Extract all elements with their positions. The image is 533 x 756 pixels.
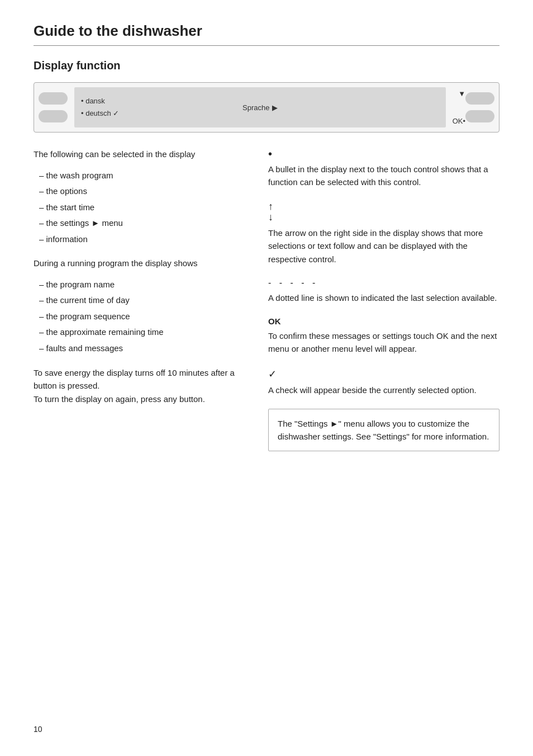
- display-center: • dansk • deutsch ✓ Sprache ▶: [74, 87, 446, 127]
- list1-item-4: the settings ► menu: [39, 215, 246, 231]
- check-symbol: ✓: [268, 368, 499, 380]
- list1-item-2: the options: [39, 183, 246, 200]
- sprache-area: Sprache ▶: [242, 103, 277, 112]
- settings-arrow-icon: ▶: [272, 103, 278, 112]
- ok-symbol: OK: [268, 316, 499, 326]
- menu-item-1: • dansk: [81, 95, 119, 107]
- list1-item-5: information: [39, 231, 246, 248]
- left-buttons: [39, 92, 68, 122]
- right-buttons: [465, 92, 494, 122]
- list2-item-4: the approximate remaining time: [39, 324, 246, 341]
- during-intro: During a running program the display sho…: [34, 257, 246, 270]
- title-divider: [34, 45, 499, 46]
- list2-item-1: the program name: [39, 277, 246, 293]
- arrow-text: The arrow on the right side in the displ…: [268, 226, 499, 266]
- list2-item-2: the current time of day: [39, 292, 246, 309]
- left-column: The following can be selected in the dis…: [34, 148, 246, 451]
- ok-text: To confirm these messages or settings to…: [268, 329, 499, 356]
- info-box-text: The "Settings ►" menu allows you to cust…: [278, 419, 489, 441]
- section-title: Display function: [34, 59, 499, 72]
- check-text: A check will appear beside the currently…: [268, 384, 499, 396]
- bullet-section: • A bullet in the display next to the to…: [268, 148, 499, 189]
- info-box: The "Settings ►" menu allows you to cust…: [268, 409, 499, 452]
- sprache-label: Sprache: [242, 103, 269, 112]
- page-number: 10: [34, 725, 42, 734]
- display-image: • dansk • deutsch ✓ Sprache ▶ ▼ OK•: [34, 82, 499, 133]
- dots-symbol: - - - - -: [268, 278, 499, 288]
- list1-item-1: the wash program: [39, 168, 246, 184]
- list2-item-3: the program sequence: [39, 309, 246, 325]
- bullet-symbol: •: [268, 148, 499, 159]
- dots-text: A dotted line is shown to indicated the …: [268, 291, 499, 304]
- left-button-bottom: [39, 110, 68, 122]
- right-area: ▼ OK•: [453, 87, 465, 127]
- page-title: Guide to the dishwasher: [34, 22, 499, 40]
- left-button-top: [39, 92, 68, 105]
- triangle-icon: ▼: [458, 89, 465, 98]
- list2: the program name the current time of day…: [34, 277, 246, 357]
- intro-text: The following can be selected in the dis…: [34, 148, 246, 161]
- ok-section: OK To confirm these messages or settings…: [268, 316, 499, 356]
- list2-item-5: faults and messages: [39, 341, 246, 357]
- right-button-top: [465, 92, 494, 105]
- arrow-section: ↑↓ The arrow on the right side in the di…: [268, 201, 499, 266]
- ok-label: OK•: [453, 117, 465, 125]
- list1: the wash program the options the start t…: [34, 168, 246, 248]
- right-button-bottom: [465, 110, 494, 122]
- right-column: • A bullet in the display next to the to…: [268, 148, 499, 451]
- arrow-symbol: ↑↓: [268, 201, 499, 224]
- content-columns: The following can be selected in the dis…: [34, 148, 499, 451]
- dots-section: - - - - - A dotted line is shown to indi…: [268, 278, 499, 304]
- bullet-text: A bullet in the display next to the touc…: [268, 163, 499, 189]
- menu-list: • dansk • deutsch ✓: [81, 95, 119, 120]
- menu-item-2: • deutsch ✓: [81, 107, 119, 120]
- check-section: ✓ A check will appear beside the current…: [268, 368, 499, 396]
- energy-text: To save energy the display turns off 10 …: [34, 366, 246, 405]
- list1-item-3: the start time: [39, 200, 246, 216]
